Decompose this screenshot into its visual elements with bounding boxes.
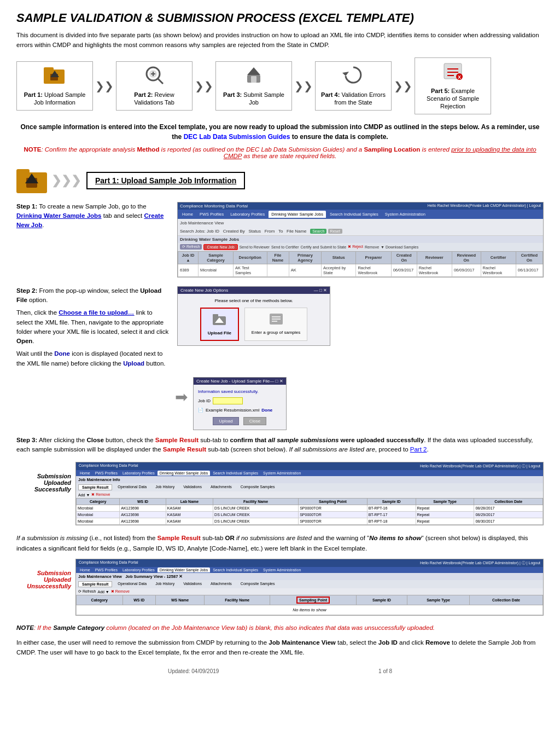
ss-remove-btn[interactable]: ✖ Remove [91, 493, 110, 497]
upload-btn[interactable]: Upload [213, 417, 238, 425]
nav-admin[interactable]: System Administration [382, 211, 428, 218]
search-jobs-bar: Search Jobs: Job ID Created By Status Fr… [178, 227, 543, 236]
col-jobid: Job ID ▲ [178, 251, 199, 264]
fs-tab-attach[interactable]: Attachments [207, 581, 235, 587]
create-new-job-popup: Create New Job Options — □ ✕ Please sele… [177, 286, 330, 346]
send-reviewer-btn[interactable]: Send to Reviewer [240, 245, 270, 249]
fs-nav-lab: Laboratory Profiles [120, 568, 157, 572]
arrow3: ❯❯ [294, 79, 313, 92]
fs-add-btn[interactable]: Add ▼ [97, 590, 109, 594]
job-maintenance-label: Job Maintenance View [178, 219, 543, 227]
fs-nav-dw: Drinking Water Sample Jobs [158, 568, 210, 572]
ss-browser-bar: Compliance Monitoring Data Portal Hello … [76, 462, 543, 470]
enter-group-icon [252, 312, 300, 328]
upload-dialog-body: Information saved successfully. Job ID 📄… [194, 385, 286, 430]
step1-text: Step 1: To create a new Sample Job, go t… [16, 202, 170, 230]
fs-no-items-row: No items to show [77, 605, 543, 615]
popup-title: Create New Job Options [180, 288, 228, 293]
fs-tab-composite[interactable]: Composite Samples [237, 581, 278, 587]
download-btn[interactable]: ▼ Download Samples [381, 245, 418, 249]
fs-tab-history[interactable]: Job History [152, 581, 178, 587]
step1-screenshot: Compliance Monitoring Data Portal Hello … [177, 202, 544, 277]
ss-row3: Microbial AK123698 KASAM DS LINCUM CREEK… [77, 518, 543, 525]
ss-result-toolbar: Add ▼ ✖ Remove [76, 491, 543, 498]
drinking-water-link[interactable]: Drinking Water Sample Jobs [16, 212, 102, 219]
fs-tab-opdata[interactable]: Operational Data [114, 581, 150, 587]
fs-refresh-btn[interactable]: ⟳ Refresh [78, 589, 96, 594]
job-id-row: Job ID [198, 397, 282, 404]
close-btn[interactable]: Close [243, 417, 266, 425]
reset-btn[interactable]: Reset [328, 229, 342, 234]
dec-lab-link[interactable]: DEC Lab Data Submission Guides [184, 133, 290, 141]
part2-box: Part 2: Review Validations Tab [116, 61, 192, 111]
section1-header: ❯❯❯ Part 1: Upload Sample Job Informatio… [16, 167, 544, 194]
upload-dialog-bar: Create New Job - Upload Sample File — □ … [194, 378, 286, 385]
fail-screenshot-row: SubmissionUploadedUnsuccessfully Complia… [16, 559, 544, 616]
popup-controls: — □ ✕ [314, 288, 327, 293]
nav-search[interactable]: Search Individual Samples [327, 211, 381, 218]
ss-result-table: Category WS ID Lab Name Facility Name Sa… [76, 498, 543, 525]
choose-file-link[interactable]: Choose a file to upload… [59, 309, 134, 316]
col-status: Status [322, 251, 356, 264]
part4-box: Part 4: Validation Errors from the State [315, 61, 392, 111]
dw-jobs-label: Drinking Water Sample Jobs [178, 236, 543, 243]
step2-screenshots: Create New Job Options — □ ✕ Please sele… [177, 286, 544, 346]
ss-tab-composite[interactable]: Composite Samples [237, 484, 278, 490]
footer-page: 1 of 8 [378, 668, 392, 674]
ss-add-btn[interactable]: Add ▼ [78, 493, 90, 497]
col-desc: Description [233, 251, 267, 264]
nav-lab[interactable]: Laboratory Profiles [228, 211, 267, 218]
done-label: Done [261, 408, 272, 413]
create-new-job-btn[interactable]: Create New Job [203, 244, 237, 250]
certify-submit-btn[interactable]: Certify and Submit to State [301, 245, 347, 249]
browser-bar: Compliance Monitoring Data Portal Hello … [178, 202, 543, 210]
step2-row: Step 2: From the pop-up window, select t… [16, 286, 544, 368]
step1-row: Step 1: To create a new Sample Job, go t… [16, 202, 544, 277]
upload-file-option[interactable]: Upload File [200, 308, 239, 341]
ss-tab-opdata[interactable]: Operational Data [114, 484, 150, 490]
fs-nav-pws: PWS Profiles [93, 568, 120, 572]
popup-instruction: Please select one of the methods below. [182, 298, 325, 303]
ss-tab-result[interactable]: Sample Result [78, 484, 112, 490]
success-label: SubmissionUploadedSuccessfully [16, 462, 71, 493]
page-footer: Updated: 04/09/2019 1 of 8 [16, 668, 544, 674]
fs-remove-btn[interactable]: ✖ Remove [111, 589, 130, 594]
job-id-label: Job ID [198, 398, 211, 403]
col-certified: Certified On [516, 251, 542, 264]
ss-tab-history[interactable]: Job History [152, 484, 178, 490]
remove-btn[interactable]: Remove [365, 245, 379, 249]
refresh-btn[interactable]: ⟳ Refresh [180, 244, 202, 250]
success-screenshot: Compliance Monitoring Data Portal Hello … [75, 462, 544, 525]
search-btn[interactable]: Search [310, 229, 326, 234]
note-category: NOTE: If the Sample Category column (loc… [16, 623, 544, 633]
file-row: 📄 Example Resubmission.xml Done [198, 408, 282, 413]
ss-tab-attach[interactable]: Attachments [207, 484, 235, 490]
send-certifier-btn[interactable]: Send to Certifier [271, 245, 299, 249]
ss-row2: Microbial AK123698 KASAM DS LINCUM CREEK… [77, 512, 543, 518]
browser-nav: Home PWS Profiles Laboratory Profiles Dr… [178, 210, 543, 219]
instruction-bold: Once sample information is entered into … [16, 122, 544, 142]
svg-rect-1 [44, 67, 54, 72]
fs-nav-search: Search Individual Samples [211, 568, 260, 572]
page-title: SAMPLE VALIDATION & SUBMISSION PROCESS (… [16, 11, 544, 25]
part1-icon [44, 65, 66, 89]
section1-title-box: Part 1: Upload Sample Job Information [86, 172, 245, 189]
col-reviewer: Reviewer [417, 251, 452, 264]
part2-link[interactable]: Part 2 [410, 446, 427, 453]
parts-diagram: Part 1: Upload Sample Job Information ❯❯… [16, 57, 544, 114]
nav-dw[interactable]: Drinking Water Sample Jobs [269, 211, 326, 218]
fs-tab-validations[interactable]: Validations [180, 581, 205, 587]
nav-pws[interactable]: PWS Profiles [197, 211, 226, 218]
mini-toolbar: ⟳ Refresh Create New Job Send to Reviewe… [178, 243, 543, 251]
popup-titlebar: Create New Job Options — □ ✕ [178, 287, 330, 294]
fail-screenshot: Compliance Monitoring Data Portal Hello … [75, 559, 544, 616]
upload-arrow: ➡ [175, 377, 188, 406]
enter-group-option[interactable]: Enter a group of samples [244, 308, 307, 341]
nav-home[interactable]: Home [179, 211, 196, 218]
ss-tab-validations[interactable]: Validations [180, 484, 205, 490]
ss-nav-lab: Laboratory Profiles [120, 471, 157, 476]
ss-row1: Microbial AK123698 KASAM DS LINCUM CREEK… [77, 505, 543, 512]
svg-rect-11 [251, 76, 256, 83]
fs-tab-result[interactable]: Sample Result [78, 581, 112, 587]
reject-btn[interactable]: ✖ Reject [348, 245, 363, 249]
